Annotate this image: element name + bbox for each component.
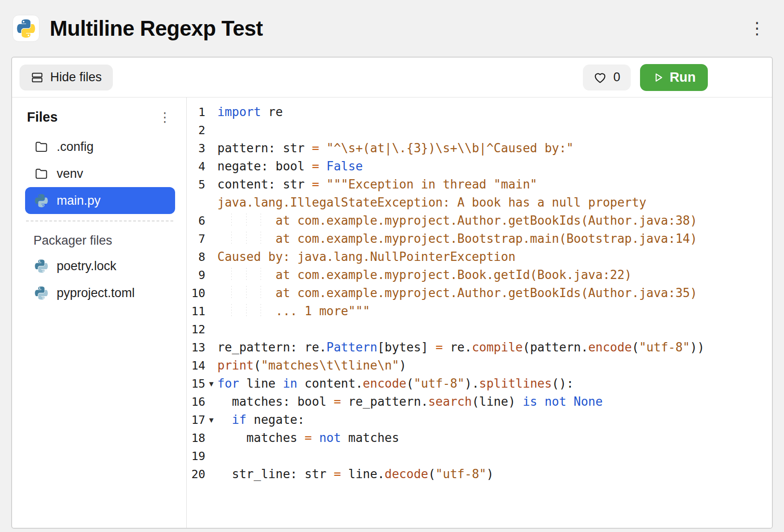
folder-icon xyxy=(34,140,48,154)
python-file-icon xyxy=(34,194,48,208)
line-number: 19 xyxy=(187,447,205,465)
file-item-pyproject-toml[interactable]: pyproject.toml xyxy=(25,279,175,306)
code-line[interactable]: 16 matches: bool = re_pattern.search(lin… xyxy=(187,393,772,411)
line-number: 5 xyxy=(187,175,205,194)
code-line-text: re_pattern: re.Pattern[bytes] = re.compi… xyxy=(217,338,772,357)
fold-gutter xyxy=(205,175,217,194)
hide-files-button[interactable]: Hide files xyxy=(20,65,113,91)
line-number: 15 xyxy=(187,375,205,393)
file-name: pyproject.toml xyxy=(57,286,135,300)
code-line[interactable]: 5content: str = """Exception in thread "… xyxy=(187,175,772,194)
files-panel-icon xyxy=(31,71,44,84)
play-icon xyxy=(652,71,664,84)
line-number: 11 xyxy=(187,302,205,320)
code-line-text: matches = not matches xyxy=(217,429,772,447)
code-line[interactable]: 10 at com.example.myproject.Author.getBo… xyxy=(187,284,772,302)
fold-gutter xyxy=(205,103,217,121)
line-number: 7 xyxy=(187,230,205,248)
fold-gutter xyxy=(205,302,217,320)
code-line-text: pattern: str = "^\s+(at|\.{3})\s+\\b|^Ca… xyxy=(217,139,772,157)
files-header: Files ⋮ xyxy=(25,110,175,125)
code-line-text: at com.example.myproject.Book.getId(Book… xyxy=(217,266,772,284)
line-number: 10 xyxy=(187,284,205,302)
code-line[interactable]: 18 matches = not matches xyxy=(187,429,772,447)
line-number: 4 xyxy=(187,157,205,175)
panel-body: Files ⋮ .config venv main.py Packager xyxy=(12,97,772,528)
run-label: Run xyxy=(670,70,696,85)
file-item-config[interactable]: .config xyxy=(25,133,175,160)
line-number: 6 xyxy=(187,212,205,230)
code-line[interactable]: 11 ... 1 more""" xyxy=(187,302,772,320)
code-line[interactable]: 2 xyxy=(187,121,772,139)
code-line-text: at com.example.myproject.Bootstrap.main(… xyxy=(217,230,772,248)
files-menu-button[interactable]: ⋮ xyxy=(158,111,171,124)
fold-gutter xyxy=(205,393,217,411)
code-line[interactable]: 8Caused by: java.lang.NullPointerExcepti… xyxy=(187,248,772,266)
page-title: Multiline Regexp Test xyxy=(50,16,263,41)
code-line[interactable]: 20 str_line: str = line.decode("utf-8") xyxy=(187,465,772,483)
code-editor[interactable]: 1import re23pattern: str = "^\s+(at|\.{3… xyxy=(187,97,772,528)
file-name: main.py xyxy=(57,194,101,208)
fold-gutter xyxy=(205,465,217,483)
fold-gutter xyxy=(205,447,217,465)
line-number: 18 xyxy=(187,429,205,447)
file-item-venv[interactable]: venv xyxy=(25,160,175,187)
likes-count: 0 xyxy=(614,70,621,84)
code-line-text: at com.example.myproject.Author.getBookI… xyxy=(217,212,772,230)
line-number: 20 xyxy=(187,465,205,483)
code-line[interactable]: java.lang.IllegalStateException: A book … xyxy=(187,194,772,212)
file-name: venv xyxy=(57,167,83,181)
file-name: .config xyxy=(57,140,94,154)
line-number: 13 xyxy=(187,338,205,357)
code-line[interactable]: 3pattern: str = "^\s+(at|\.{3})\s+\\b|^C… xyxy=(187,139,772,157)
code-line[interactable]: 6 at com.example.myproject.Author.getBoo… xyxy=(187,212,772,230)
code-line[interactable]: 7 at com.example.myproject.Bootstrap.mai… xyxy=(187,230,772,248)
fold-arrow-icon[interactable]: ▾ xyxy=(205,411,217,429)
python-logo-icon xyxy=(16,19,36,38)
fold-arrow-icon[interactable]: ▾ xyxy=(205,375,217,393)
line-number: 16 xyxy=(187,393,205,411)
line-number: 14 xyxy=(187,357,205,375)
sidebar-divider xyxy=(26,221,173,221)
code-line[interactable]: 19 xyxy=(187,447,772,465)
run-button[interactable]: Run xyxy=(640,64,708,91)
fold-gutter xyxy=(205,266,217,284)
file-item-main-py[interactable]: main.py xyxy=(25,187,175,214)
code-editor-lines: 1import re23pattern: str = "^\s+(at|\.{3… xyxy=(187,103,772,483)
file-list: .config venv main.py xyxy=(25,133,175,214)
fold-gutter xyxy=(205,320,217,338)
line-number: 8 xyxy=(187,248,205,266)
app-header: Multiline Regexp Test ⋮ xyxy=(0,0,784,57)
file-name: poetry.lock xyxy=(57,259,117,273)
code-line[interactable]: 1import re xyxy=(187,103,772,121)
file-item-poetry-lock[interactable]: poetry.lock xyxy=(25,253,175,279)
header-menu-button[interactable]: ⋮ xyxy=(749,20,765,37)
code-line-text: import re xyxy=(217,103,772,121)
code-line-text: negate: bool = False xyxy=(217,157,772,175)
code-line-text: if negate: xyxy=(217,411,772,429)
code-line[interactable]: 14print("matches\t\tline\n") xyxy=(187,357,772,375)
heart-icon xyxy=(593,71,607,84)
code-line[interactable]: 13re_pattern: re.Pattern[bytes] = re.com… xyxy=(187,338,772,357)
code-line[interactable]: 12 xyxy=(187,320,772,338)
code-line-text xyxy=(217,447,772,465)
code-line-text: str_line: str = line.decode("utf-8") xyxy=(217,465,772,483)
packager-file-list: poetry.lock pyproject.toml xyxy=(25,253,175,306)
hide-files-label: Hide files xyxy=(50,70,102,84)
fold-gutter xyxy=(205,284,217,302)
packager-files-title: Packager files xyxy=(33,234,175,248)
toolbar-right: 0 Run xyxy=(583,64,708,91)
line-number: 3 xyxy=(187,139,205,157)
code-line[interactable]: 17▾ if negate: xyxy=(187,411,772,429)
workspace-panel: Hide files 0 Run Files ⋮ .config xyxy=(11,57,773,529)
folder-icon xyxy=(34,167,48,181)
likes-button[interactable]: 0 xyxy=(583,65,631,91)
python-file-icon xyxy=(34,286,48,300)
code-line[interactable]: 4negate: bool = False xyxy=(187,157,772,175)
app-root: { "header": { "title": "Multiline Regexp… xyxy=(0,0,784,532)
line-number: 9 xyxy=(187,266,205,284)
code-line-text: matches: bool = re_pattern.search(line) … xyxy=(217,393,772,411)
code-line[interactable]: 9 at com.example.myproject.Book.getId(Bo… xyxy=(187,266,772,284)
line-number xyxy=(187,194,205,212)
code-line[interactable]: 15▾for line in content.encode("utf-8").s… xyxy=(187,375,772,393)
